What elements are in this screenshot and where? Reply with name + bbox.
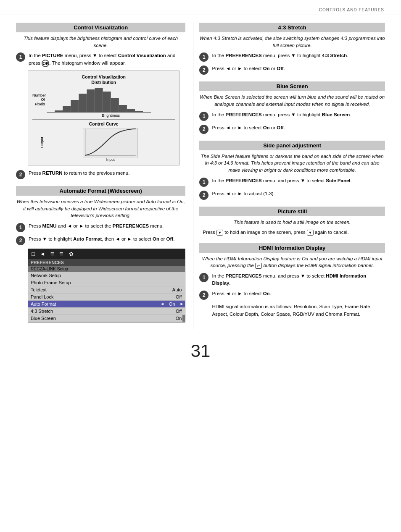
sp-step2: 2 Press ◄ or ► to adjust (1-3). xyxy=(199,190,385,200)
menu-row-panellock: Panel Lock Off xyxy=(28,294,185,301)
svg-rect-3 xyxy=(71,100,79,113)
hdmi-step1: 1 In the PREFERENCES menu, and press ▼ t… xyxy=(199,273,385,287)
menu-subsection-label: REGZA-LINK Setup xyxy=(28,266,185,272)
af-step1-circle: 1 xyxy=(16,223,25,232)
histogram-chart xyxy=(47,87,175,113)
cv-step1-circle: 1 xyxy=(16,52,25,62)
svg-rect-8 xyxy=(111,98,119,113)
af-step2-circle: 2 xyxy=(16,236,25,245)
histogram-y-label: Number Of Pixels xyxy=(32,93,45,107)
svg-rect-1 xyxy=(55,110,63,113)
menu-icon-gear: ✿ xyxy=(69,251,74,257)
picturestill-title: Picture still xyxy=(199,207,385,216)
menu-row-autoformat: Auto Format ◄ On ► xyxy=(28,301,185,308)
sidepanel-title: Side panel adjustment xyxy=(199,141,385,150)
auto-format-section: Automatic Format (Widescreen) When this … xyxy=(16,186,185,322)
sp-step2-text: Press ◄ or ► to adjust (1-3). xyxy=(212,190,385,197)
svg-rect-0 xyxy=(47,112,55,113)
brightness-label: Brightness xyxy=(32,113,175,118)
43s-step1-circle: 1 xyxy=(199,52,208,62)
43s-step2-circle: 2 xyxy=(199,66,208,75)
cv-step2-text: Press RETURN to return to the previous m… xyxy=(29,170,185,177)
hdmi-subtitle: When the HDMI Information Display featur… xyxy=(199,255,385,269)
menu-icon-tv: □ xyxy=(32,251,35,257)
control-visualization-subtitle: This feature displays the brightness his… xyxy=(16,35,185,49)
bs-step2-text: Press ◄ or ► to select On or Off. xyxy=(212,124,385,131)
hdmi-section: HDMI Information Display When the HDMI I… xyxy=(199,243,385,318)
43stretch-section: 4:3 Stretch When 4:3 Stretch is activate… xyxy=(199,23,385,75)
picturestill-section: Picture still This feature is used to ho… xyxy=(199,207,385,236)
43s-step2: 2 Press ◄ or ► to select On or Off. xyxy=(199,65,385,75)
svg-rect-12 xyxy=(143,112,151,113)
hdmi-info-text: HDMI signal information is as follows: R… xyxy=(212,303,385,318)
43stretch-subtitle: When 4:3 Stretch is activated, the size … xyxy=(199,35,385,49)
curve-title: Control Curve xyxy=(32,121,175,126)
menu-icon-list: ≡ xyxy=(59,250,63,258)
output-label: Output xyxy=(32,128,44,157)
sidepanel-subtitle: The Side Panel feature lightens or darke… xyxy=(199,153,385,174)
cv-step1: 1 In the PICTURE menu, press ▼ to select… xyxy=(16,52,185,67)
curve-svg xyxy=(46,128,175,157)
hdmi-title: HDMI Information Display xyxy=(199,243,385,253)
menu-section-label: PREFERENCES xyxy=(28,259,185,266)
menu-row-network: Network Setup xyxy=(28,272,185,279)
svg-rect-5 xyxy=(87,89,95,113)
sidepanel-section: Side panel adjustment The Side Panel fea… xyxy=(199,141,385,200)
svg-rect-6 xyxy=(95,88,103,113)
43stretch-title: 4:3 Stretch xyxy=(199,23,385,32)
43s-step1: 1 In the PREFERENCES menu, press ▼ to hi… xyxy=(199,52,385,62)
bluescreen-title: Blue Screen xyxy=(199,81,385,91)
histogram-title: Control Visualization Distribution xyxy=(32,74,175,86)
curve-chart: Output xyxy=(32,128,175,157)
header-text: CONTROLS AND FEATURES xyxy=(319,8,384,12)
control-visualization-section: Control Visualization This feature displ… xyxy=(16,23,185,179)
43s-step1-text: In the PREFERENCES menu, press ▼ to high… xyxy=(212,52,385,59)
hdmi-step2-circle: 2 xyxy=(199,291,208,300)
left-column: Control Visualization This feature displ… xyxy=(16,23,193,329)
pause-icon: ▼ xyxy=(216,230,223,236)
auto-format-title: Automatic Format (Widescreen) xyxy=(16,186,185,196)
svg-rect-2 xyxy=(63,106,71,113)
pause-icon2: ▼ xyxy=(307,230,314,236)
svg-rect-4 xyxy=(79,94,87,113)
menu-row-photoframe: Photo Frame Setup xyxy=(28,279,185,286)
menu-row-43stretch: 4:3 Stretch Off xyxy=(28,308,185,315)
bs-step1: 1 In the PREFERENCES menu, press ▼ to hi… xyxy=(199,111,385,121)
histogram-box: Control Visualization Distribution Numbe… xyxy=(28,71,179,165)
auto-format-subtitle: When this television receives a true Wid… xyxy=(16,198,185,219)
picturestill-subtitle: This feature is used to hold a still ima… xyxy=(199,219,385,226)
svg-rect-9 xyxy=(119,105,127,113)
sp-step2-circle: 2 xyxy=(199,191,208,200)
af-step2: 2 Press ▼ to highlight Auto Format, then… xyxy=(16,236,185,245)
bs-step2-circle: 2 xyxy=(199,125,208,134)
hdmi-step2-text: Press ◄ or ► to select On. xyxy=(212,290,385,297)
svg-rect-11 xyxy=(135,111,143,113)
control-visualization-title: Control Visualization xyxy=(16,23,185,32)
af-step1-text: Press MENU and ◄ or ► to select the PREF… xyxy=(29,223,185,230)
hdmi-step1-circle: 1 xyxy=(199,273,208,282)
svg-rect-10 xyxy=(127,109,135,113)
svg-rect-7 xyxy=(103,92,111,113)
menu-row-teletext: Teletext Auto xyxy=(28,286,185,294)
bluescreen-subtitle: When Blue Screen is selected the screen … xyxy=(199,94,385,107)
menu-row-bluescreen: Blue Screen On xyxy=(28,315,185,322)
cv-step1-text: In the PICTURE menu, press ▼ to select C… xyxy=(29,52,185,67)
info-plus-icon: i+ xyxy=(255,263,262,269)
page-number: 31 xyxy=(0,341,401,361)
af-step1: 1 Press MENU and ◄ or ► to select the PR… xyxy=(16,223,185,232)
menu-icon-settings: ≡ xyxy=(50,250,54,258)
43s-step2-text: Press ◄ or ► to select On or Off. xyxy=(212,65,385,72)
bs-step1-text: In the PREFERENCES menu, press ▼ to high… xyxy=(212,111,385,118)
cv-step2: 2 Press RETURN to return to the previous… xyxy=(16,170,185,179)
right-column: 4:3 Stretch When 4:3 Stretch is activate… xyxy=(193,23,385,329)
menu-icon-sound: ◄ xyxy=(40,251,45,257)
ok-button-icon[interactable]: OK xyxy=(42,60,49,67)
sp-step1-text: In the PREFERENCES menu, and press ▼ to … xyxy=(212,177,385,184)
af-step2-text: Press ▼ to highlight Auto Format, then ◄… xyxy=(29,236,185,243)
hdmi-step1-text: In the PREFERENCES menu, and press ▼ to … xyxy=(212,273,385,287)
preferences-menu: □ ◄ ≡ ≡ ✿ PREFERENCES REGZA-LINK Setup N… xyxy=(28,249,185,322)
scrollbar xyxy=(182,315,185,322)
hdmi-step2: 2 Press ◄ or ► to select On. xyxy=(199,290,385,300)
cv-step2-circle: 2 xyxy=(16,170,25,179)
bs-step1-circle: 1 xyxy=(199,112,208,121)
